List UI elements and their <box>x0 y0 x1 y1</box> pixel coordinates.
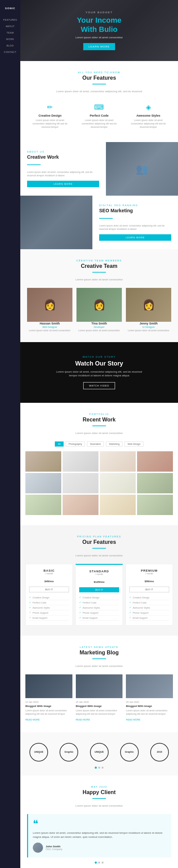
nav-logo: SONIC <box>5 7 15 10</box>
blog-divider <box>92 658 106 659</box>
work-item-8[interactable] <box>137 473 173 493</box>
team-photo-2: 👩 <box>126 288 171 322</box>
work-item-2[interactable] <box>63 451 98 472</box>
work-item-7[interactable] <box>100 473 136 493</box>
pricing-feature-1-1: ✓ Perfect Code <box>79 600 119 605</box>
team-member-1: 👩 Tina Smith Developer Lorem ipsum dolor… <box>76 288 122 332</box>
testimonial-dot-0[interactable] <box>95 862 97 864</box>
work-item-5[interactable] <box>25 473 61 493</box>
team-role-2: UI Designer <box>126 326 171 328</box>
logos-dots <box>25 767 173 769</box>
filter-illustration[interactable]: Illustration <box>87 441 104 447</box>
blog-image-0 <box>25 674 72 698</box>
author-avatar <box>33 843 43 853</box>
pricing-title: Our Features <box>25 539 173 545</box>
quote-icon: ❝ <box>33 819 166 829</box>
work-item-9[interactable] <box>25 495 61 515</box>
dot-2[interactable] <box>102 767 104 769</box>
seo-label: DIGITAL SEO RANKING <box>99 204 171 206</box>
blog-image-2 <box>126 674 173 698</box>
work-item-12[interactable] <box>137 495 173 515</box>
sidebar-item-features[interactable]: FEATURES <box>3 19 17 21</box>
feature-title-1: Perfect Code <box>80 114 118 117</box>
work-item-11[interactable] <box>100 495 136 515</box>
feature-item-2: ◈ Awesome Styles Lorem ipsum dolor sit a… <box>126 100 171 132</box>
awesome-styles-icon: ◈ <box>129 103 168 111</box>
features-divider <box>92 84 106 84</box>
read-more-2[interactable]: READ MORE <box>126 718 140 721</box>
team-desc-2: Lorem ipsum dolor sit amet consectetur <box>126 329 171 332</box>
pricing-btn-2[interactable]: BUY IT <box>129 587 169 592</box>
sidebar-item-blog[interactable]: BLOG <box>6 44 14 47</box>
pricing-card-premium: Premium / month $99/mo BUY IT ✓ Creative… <box>126 564 173 626</box>
filter-marketing[interactable]: Marketing <box>106 441 123 447</box>
logos-section: UNIQUE Graphic UNIQUE Graphic 2015 <box>20 732 178 775</box>
pricing-price-1: $129/mo <box>79 577 119 585</box>
dot-1[interactable] <box>98 767 100 769</box>
pricing-feature-1-4: ✓ Email Support <box>79 615 119 620</box>
hero-title: Your Income With Bulio <box>75 16 123 34</box>
features-desc: Lorem ipsum dolor sit amet, consectetur … <box>27 90 171 93</box>
story-watch-button[interactable]: WATCH VIDEO <box>83 382 115 389</box>
read-more-0[interactable]: READ MORE <box>25 718 40 721</box>
logo-badge-0: UNIQUE <box>29 742 49 763</box>
sidebar-item-contact[interactable]: CONTACT <box>4 51 17 53</box>
sidebar-item-about[interactable]: ABOUT <box>6 25 15 27</box>
pricing-feature-1-3: ✓ Phone Support <box>79 610 119 615</box>
seo-learn-more-button[interactable]: LEARN MORE <box>99 234 171 241</box>
blog-date-2: 20 Jan 2020 <box>126 701 173 703</box>
team-member-2: 👩 Jenny Smith UI Designer Lorem ipsum do… <box>126 288 171 332</box>
creative-title: Creative Work <box>27 154 99 160</box>
blog-post-title-2: Blogged With Image <box>126 705 173 708</box>
pricing-feature-0-3: ✗ Phone Support <box>29 610 69 615</box>
pricing-btn-1[interactable]: BUY IT <box>79 587 119 592</box>
work-item-10[interactable] <box>63 495 98 515</box>
creative-design-icon: ✏ <box>30 103 69 111</box>
work-grid <box>25 451 173 515</box>
story-label: WATCH OUR STORY <box>83 356 116 358</box>
work-item-1[interactable] <box>25 451 61 472</box>
blog-post-title-0: Blogged With Image <box>25 705 72 708</box>
pricing-feature-0-1: ✓ Perfect Code <box>29 600 69 605</box>
work-item-3[interactable] <box>100 451 136 472</box>
testimonial-dot-2[interactable] <box>102 862 104 864</box>
filter-photography[interactable]: Photography <box>66 441 85 447</box>
blog-card-1: 15 Jan 2020 Blogged With Image Lorem ips… <box>76 674 123 722</box>
pricing-price-0: $49/mo <box>29 577 69 584</box>
sidebar-item-work[interactable]: WORK <box>6 38 14 40</box>
seo-text: DIGITAL SEO RANKING SEO Marketing Lorem … <box>92 196 178 249</box>
dot-0[interactable] <box>95 767 97 769</box>
blog-section: LATEST NEWS UPDATE Marketing Blog Lorem … <box>20 636 178 732</box>
pricing-period-0: / month <box>29 572 69 575</box>
story-title: Watch Our Story <box>75 360 123 367</box>
team-photo-1: 👩 <box>76 288 122 322</box>
logo-item-3: Graphic <box>116 742 143 763</box>
filter-all[interactable]: All <box>55 441 64 447</box>
seo-divider <box>99 218 113 219</box>
creative-learn-more-button[interactable]: LEARN MORE <box>27 181 99 187</box>
blog-post-title-1: Blogged With Image <box>76 705 123 708</box>
team-name-0: Hassan Smith <box>27 322 72 325</box>
sidebar-item-team[interactable]: TEAM <box>6 32 14 34</box>
seo-title: SEO Marketing <box>99 208 171 213</box>
work-item-4[interactable] <box>137 451 173 472</box>
team-role-0: Web Designer <box>27 326 72 328</box>
work-filter-bar: All Photography Illustration Marketing W… <box>25 441 173 447</box>
pricing-feature-2-4: ✗ Email Support <box>129 615 169 620</box>
blog-title: Marketing Blog <box>25 650 173 656</box>
pricing-btn-0[interactable]: BUY IT <box>29 587 69 592</box>
pricing-grid: Basic / month $49/mo BUY IT ✓ Creative D… <box>25 564 173 626</box>
pricing-divider <box>92 548 106 549</box>
read-more-1[interactable]: READ MORE <box>76 718 90 721</box>
team-desc-0: Lorem ipsum dolor sit amet consectetur <box>27 329 72 332</box>
pricing-card-standard: Standard / month $129/mo BUY IT ✓ Creati… <box>75 564 123 626</box>
creative-section: ABOUT US Creative Work Lorem ipsum dolor… <box>20 142 178 196</box>
hero-cta-button[interactable]: LEARN MORE <box>83 43 115 50</box>
logo-badge-2: UNIQUE <box>89 742 109 763</box>
pricing-feature-2-2: ✓ Awesome Styles <box>129 605 169 610</box>
testimonial-dot-1[interactable] <box>98 862 100 864</box>
pricing-feature-0-2: ✓ Awesome Styles <box>29 605 69 610</box>
filter-web-design[interactable]: Web Design <box>125 441 143 447</box>
work-item-6[interactable] <box>63 473 98 493</box>
pricing-plan-0: Basic <box>29 569 69 572</box>
